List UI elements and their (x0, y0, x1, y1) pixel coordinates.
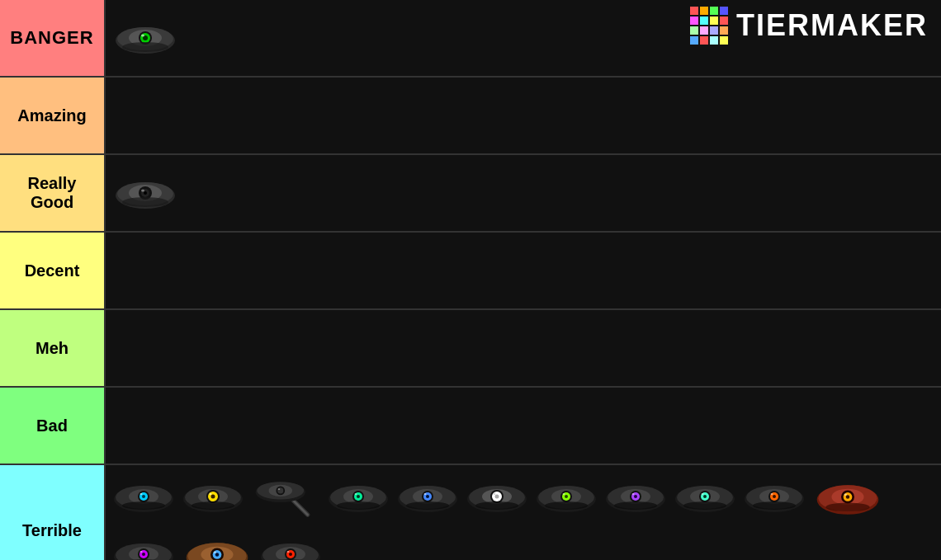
eye-svg (111, 473, 177, 520)
svg-point-85 (683, 501, 726, 510)
svg-point-13 (144, 191, 147, 195)
logo-cell (690, 36, 698, 45)
eye-svg (533, 473, 599, 520)
tier-row-meh: Meh (0, 310, 941, 388)
eye-item (180, 528, 254, 560)
tier-content-meh (104, 310, 941, 386)
logo-cell (690, 16, 698, 25)
svg-point-99 (846, 495, 849, 498)
tier-label-banger: BANGER (0, 0, 104, 76)
eye-svg (184, 531, 250, 560)
eye-svg (112, 15, 178, 61)
tier-row-terrible: Terrible (0, 465, 941, 560)
svg-point-52 (424, 493, 427, 495)
eye-svg (603, 473, 669, 520)
svg-point-23 (122, 501, 165, 510)
svg-point-100 (844, 494, 848, 496)
svg-point-14 (141, 190, 144, 192)
tier-content-amazing (104, 78, 941, 153)
eye-item (811, 470, 885, 523)
eye-svg (395, 473, 461, 520)
svg-point-61 (475, 501, 518, 510)
eye-item (464, 470, 530, 523)
eye-svg (112, 170, 178, 216)
logo-grid (690, 7, 728, 45)
eye-item (111, 528, 177, 560)
logo-text: TiERMAKER (736, 8, 928, 43)
logo-cell (710, 16, 718, 25)
svg-point-84 (702, 493, 704, 495)
eye-item (395, 470, 461, 523)
eye-item (533, 470, 599, 523)
svg-point-91 (773, 495, 776, 498)
eye-item (741, 470, 807, 523)
svg-point-93 (753, 501, 796, 510)
logo-cell (710, 7, 718, 15)
tier-content-decent (104, 233, 941, 308)
tier-label-meh: Meh (0, 310, 104, 386)
svg-point-77 (614, 501, 657, 510)
tier-row-really-good: Really Good (0, 155, 941, 233)
eye-item (603, 470, 669, 523)
eye-item (111, 470, 177, 523)
eye-svg (672, 473, 738, 520)
eye-svg (741, 473, 807, 520)
tier-label-amazing: Amazing (0, 78, 104, 153)
tier-content-really-good (104, 155, 941, 231)
svg-point-115 (215, 553, 219, 556)
logo-cell (710, 26, 718, 35)
logo-cell (690, 7, 698, 15)
svg-point-83 (703, 495, 707, 498)
svg-point-107 (142, 553, 145, 556)
svg-point-69 (545, 501, 588, 510)
svg-point-21 (142, 495, 145, 498)
logo-cell (700, 7, 708, 15)
svg-point-7 (122, 42, 168, 52)
tier-label-bad: Bad (0, 388, 104, 464)
svg-point-29 (211, 495, 215, 499)
svg-point-101 (825, 503, 869, 512)
svg-point-51 (426, 495, 429, 498)
tier-label-terrible: Terrible (0, 465, 104, 560)
svg-point-68 (563, 493, 565, 495)
tier-content-bad (104, 388, 941, 464)
eye-item (249, 470, 322, 523)
eye-svg (464, 473, 530, 520)
logo-cell (700, 36, 708, 45)
logo-cell (720, 16, 728, 25)
svg-point-116 (214, 552, 217, 553)
svg-point-123 (289, 553, 292, 556)
tier-row-amazing: Amazing (0, 78, 941, 155)
eye-item (180, 470, 246, 523)
logo-area: TiERMAKER (690, 7, 928, 45)
svg-point-59 (495, 495, 499, 499)
eye-svg (180, 473, 246, 520)
tier-row-bad: Bad (0, 388, 941, 465)
logo-cell (720, 26, 728, 35)
svg-point-60 (494, 493, 496, 495)
eye-svg (111, 531, 177, 560)
eye-item (325, 470, 391, 523)
svg-point-124 (287, 551, 290, 553)
tier-content-terrible (104, 465, 941, 560)
tier-row-decent: Decent (0, 233, 941, 310)
svg-point-31 (192, 501, 234, 510)
svg-point-22 (140, 493, 143, 495)
svg-point-44 (355, 493, 357, 495)
svg-point-53 (406, 501, 449, 510)
svg-point-15 (122, 197, 168, 207)
tier-list: BANGER (0, 0, 941, 560)
eye-svg (258, 531, 324, 560)
svg-point-67 (565, 495, 568, 498)
svg-point-76 (632, 493, 635, 495)
svg-point-6 (141, 35, 144, 37)
eye-item (112, 167, 178, 219)
svg-point-75 (634, 495, 637, 498)
eye-svg (815, 473, 881, 520)
eye-svg (325, 473, 391, 520)
logo-cell (720, 36, 728, 45)
eye-item (258, 528, 324, 560)
logo-cell (710, 36, 718, 45)
svg-point-37 (278, 488, 281, 490)
eye-svg (253, 473, 319, 520)
